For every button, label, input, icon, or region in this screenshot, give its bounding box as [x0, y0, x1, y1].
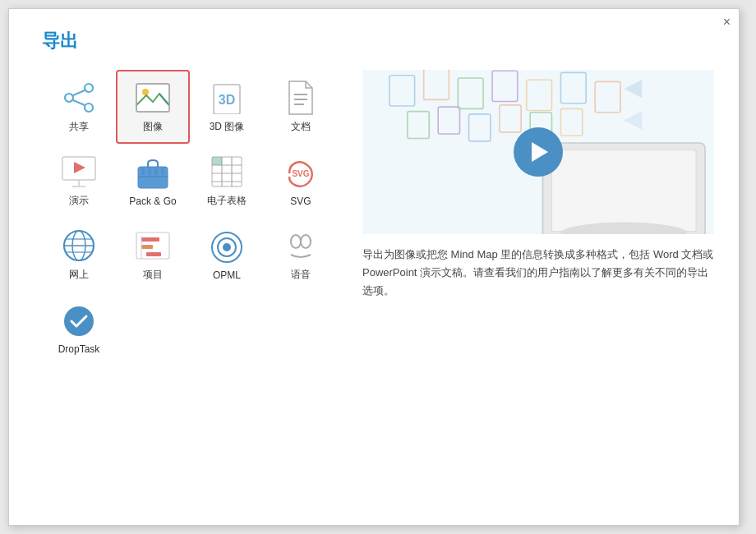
- image-label: 图像: [143, 120, 163, 134]
- droptask-icon: [61, 303, 97, 339]
- audio-icon: [283, 228, 319, 264]
- project-label: 项目: [143, 268, 163, 282]
- export-doc[interactable]: 文档: [264, 70, 338, 144]
- threed-label: 3D 图像: [210, 120, 245, 134]
- web-label: 网上: [69, 268, 89, 282]
- export-dialog: × 导出 共享: [8, 8, 740, 526]
- svg-rect-37: [141, 237, 159, 242]
- export-3d[interactable]: 3D 3D 图像: [190, 70, 264, 144]
- svg-rect-21: [154, 168, 158, 175]
- export-image[interactable]: 图像: [116, 70, 190, 144]
- export-droptask[interactable]: DropTask: [42, 292, 116, 366]
- pack-icon: [135, 155, 171, 191]
- export-web[interactable]: 网上: [42, 218, 116, 292]
- export-present[interactable]: 演示: [42, 144, 116, 218]
- svg-rect-29: [212, 157, 222, 165]
- doc-label: 文档: [291, 120, 311, 134]
- image-icon: [135, 80, 171, 116]
- table-icon: [209, 154, 245, 190]
- opml-icon: [209, 229, 245, 265]
- share-label: 共享: [69, 120, 89, 134]
- audio-label: 语音: [291, 268, 311, 282]
- web-icon: [61, 228, 97, 264]
- doc-icon: [283, 80, 319, 116]
- droptask-label: DropTask: [58, 343, 100, 355]
- svg-text:SVG: SVG: [292, 169, 309, 178]
- project-icon: [135, 228, 171, 264]
- dialog-title: 导出: [9, 9, 739, 70]
- dialog-body: 共享 图像: [9, 70, 739, 382]
- svg-point-2: [65, 94, 73, 102]
- share-icon: [61, 80, 97, 116]
- svg-point-1: [85, 104, 93, 112]
- close-button[interactable]: ×: [723, 16, 731, 29]
- svg-point-43: [223, 243, 231, 251]
- svg-icon: SVG: [283, 155, 319, 191]
- svg-line-4: [73, 100, 85, 105]
- svg-rect-22: [161, 168, 164, 175]
- play-button[interactable]: [514, 127, 563, 177]
- export-table[interactable]: 电子表格: [190, 144, 264, 218]
- export-project[interactable]: 项目: [116, 218, 190, 292]
- preview-image: [362, 70, 714, 234]
- svg-label: SVG: [290, 196, 311, 207]
- export-audio[interactable]: 语音: [264, 218, 338, 292]
- export-pack[interactable]: Pack & Go: [116, 144, 190, 218]
- svg-rect-38: [141, 245, 153, 249]
- svg-point-44: [291, 235, 301, 248]
- pack-label: Pack & Go: [129, 196, 176, 207]
- svg-rect-19: [141, 168, 145, 175]
- svg-point-46: [64, 306, 94, 336]
- svg-point-45: [301, 235, 311, 248]
- threed-icon: 3D: [209, 80, 245, 116]
- svg-rect-5: [136, 84, 169, 112]
- present-icon: [61, 154, 97, 190]
- export-icons-grid: 共享 图像: [42, 70, 338, 366]
- svg-line-3: [73, 90, 85, 95]
- preview-description: 导出为图像或把您 Mind Map 里的信息转换成多种格式，包括 Word 文档…: [362, 246, 714, 300]
- export-share[interactable]: 共享: [42, 70, 116, 144]
- svg-point-0: [85, 84, 93, 92]
- preview-panel: 导出为图像或把您 Mind Map 里的信息转换成多种格式，包括 Word 文档…: [362, 70, 714, 366]
- present-label: 演示: [69, 194, 89, 208]
- svg-rect-39: [146, 252, 161, 256]
- export-svg[interactable]: SVG SVG: [264, 144, 338, 218]
- svg-rect-20: [148, 168, 151, 175]
- svg-rect-64: [551, 150, 696, 232]
- svg-text:3D: 3D: [219, 93, 235, 107]
- export-opml[interactable]: OPML: [190, 218, 264, 292]
- table-label: 电子表格: [207, 194, 247, 208]
- svg-point-6: [142, 89, 149, 95]
- opml-label: OPML: [213, 269, 241, 281]
